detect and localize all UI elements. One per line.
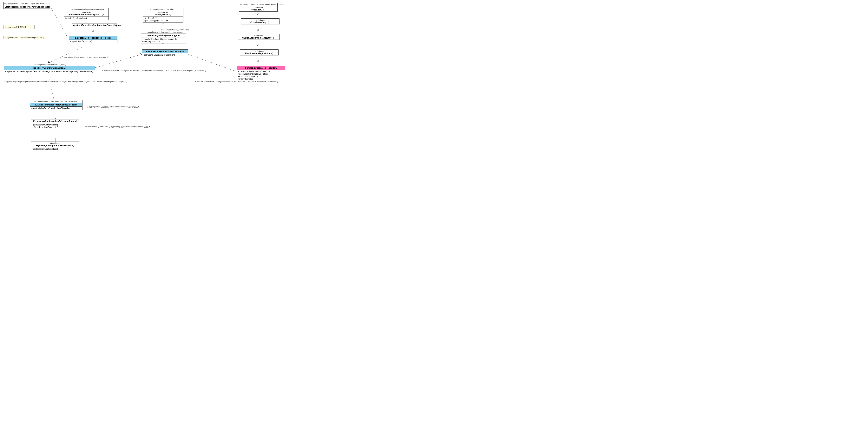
ann-factory: 4. 一个ElasticsearchRepository对应一个Elastics…: [102, 69, 222, 72]
pkg-repo-fbs: org.springframework.data.repository.core…: [141, 31, 186, 34]
box-repo-config-delegate: org.springframework.data.repository.conf…: [4, 63, 95, 73]
class-auto-config: ElasticsearchRepositoriesAutoConfigurati…: [4, 5, 50, 9]
svg-marker-14: [257, 29, 259, 31]
box-repo-config-ext-support: RepositoryConfigurationExtensionSupport …: [31, 119, 79, 129]
class-repository: «interface» Repository: [239, 6, 277, 12]
interface-circle: [102, 14, 104, 16]
box-abstract-support: AbstractRepositoryConfigurationSourceSup…: [72, 23, 117, 27]
box-repository: org.springframework.data.elasticsearch.r…: [239, 3, 278, 12]
pkg-import-registrar: org.springframework.boot.autoconfigure.d…: [64, 8, 108, 11]
rce-circle: [72, 145, 74, 146]
methods-rces: +getRepositoryConfigurations() +isStrict…: [31, 123, 79, 129]
class-es-registrar: ElasticsearchRepositoriesRegistrar: [69, 36, 117, 40]
class-es-repo-iface: «interface» ElasticsearchRepository: [240, 49, 278, 55]
box-repo-factory-bean-support: org.springframework.data.repository.core…: [141, 31, 186, 43]
box-simple-es-repo: SimpleElasticsearchRepository +operation…: [237, 66, 285, 81]
svg-line-9: [49, 47, 82, 63]
methods-import-registrar: +registerBeanDefinitions(): [64, 16, 108, 20]
methods-es-registrar: +registerBeanDefinitions(): [69, 40, 117, 43]
class-repo-fbs: RepositoryFactoryBeanSupport: [141, 34, 186, 37]
pkg-es-config-ext: org.springframework.data.elasticsearch.r…: [30, 100, 82, 103]
class-es-config-ext: ElasticsearchRepositoryConfigExtension: [30, 103, 82, 107]
box-import-registrar: org.springframework.boot.autoconfigure.d…: [64, 8, 109, 20]
pkg-auto-config: org.springframework.boot.autoconfigure.d…: [4, 2, 50, 5]
paging-circle: [273, 37, 275, 39]
es-iface-circle: [271, 53, 273, 55]
class-import-registrar: «interface» ImportBeanDefinitionRegistra…: [64, 11, 108, 16]
box-repo-config-ext-iface: «interface» RepositoryConfigurationExten…: [31, 141, 79, 151]
methods-rcd: +registerRepositoriesIn(registry: BeanDe…: [4, 70, 95, 73]
svg-marker-16: [257, 44, 259, 46]
box-crud-repo: «interface» CrudRepository: [241, 19, 279, 25]
class-es-rfb: ElasticsearchRepositoryFactoryBean: [142, 49, 188, 53]
class-rce-iface: «interface» RepositoryConfigurationExten…: [31, 142, 79, 147]
class-factory-bean: «interface» FactoryBean: [143, 11, 183, 16]
class-rces: RepositoryConfigurationExtensionSupport: [31, 120, 79, 123]
box-es-repo-config-ext: org.springframework.data.elasticsearch.r…: [30, 100, 83, 110]
svg-line-24: [188, 54, 237, 72]
box-paging-repo: «interface» PagingAndSortingRepository: [238, 34, 279, 40]
class-crud-repo: «interface» CrudRepository: [241, 19, 279, 24]
methods-es-config-ext: +getIdentifyingTypes(): Collection<Class…: [30, 107, 82, 110]
svg-marker-12: [257, 13, 259, 15]
box-factory-bean: org.springframework.beans.factory «inter…: [143, 8, 183, 23]
box-es-registrar: ElasticsearchRepositoriesRegistrar +regi…: [69, 36, 117, 43]
class-rcd: RepositoryConfigurationDelegate: [4, 66, 95, 70]
class-paging-repo: «interface» PagingAndSortingRepository: [238, 34, 279, 40]
crud-circle: [268, 22, 270, 24]
ann-strict-candidate: isStrictRepositoryCandidate方法,判断Class是否属…: [85, 126, 157, 128]
methods-rce-iface: +getRepositoryConfigurations(): [31, 147, 79, 151]
class-abstract-support: AbstractRepositoryConfigurationSourceSup…: [72, 24, 116, 27]
pkg-rcd: org.springframework.data.repository.conf…: [4, 63, 95, 66]
diagram-container: org.springframework.boot.autoconfigure.d…: [0, 0, 307, 155]
methods-repo-fbs: +repositoryInterface: Class<? extends T>…: [141, 37, 186, 43]
methods-factory-bean: +getObject(): T +getObjectType(): Class<…: [143, 16, 183, 22]
import-note: 1. import bean定义信息出来: [3, 25, 35, 29]
methods-es-rfb: +operations: ElasticsearchOperations: [142, 53, 188, 57]
ann-scan-class: 扫描所有的Class,仅过滤属于:ElasticsearchRepository…: [87, 106, 153, 108]
class-simple-es-repo: SimpleElasticsearchRepository: [237, 66, 285, 70]
methods-simple-es-repo: +operations: ElasticsearchOperations +in…: [237, 70, 285, 81]
box-auto-config: org.springframework.boot.autoconfigure.d…: [3, 2, 50, 9]
ann-register-bean: 3. 向Spring中注册Bean(personDao -->Elasticse…: [68, 80, 142, 83]
pkg-repository: org.springframework.data.elasticsearch.r…: [239, 3, 277, 6]
box-es-repo-iface: «interface» ElasticsearchRepository: [240, 49, 279, 56]
factory-interface-circle: [169, 14, 171, 16]
svg-marker-18: [257, 60, 259, 62]
repo-circle: [264, 9, 265, 11]
box-es-repo-factory-bean: ElasticsearchRepositoryFactoryBean +oper…: [142, 49, 188, 57]
svg-marker-3: [92, 30, 94, 32]
svg-marker-6: [162, 23, 164, 25]
import-annotation: @Import(ElasticsearchRepositoriesRegistr…: [3, 36, 46, 39]
pkg-factory-bean: org.springframework.beans.factory: [143, 8, 183, 11]
ann-delegate: 注册Bean时,委托给RepositoryConfigurationDelega…: [64, 56, 130, 59]
